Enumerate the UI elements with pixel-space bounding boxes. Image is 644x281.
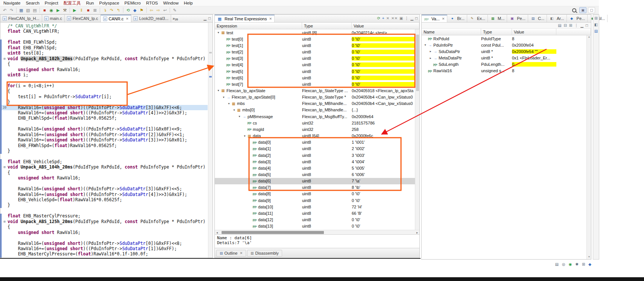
code-line[interactable]: float EHB_VehicleSpd; [2,159,208,164]
minimize-icon[interactable]: ▁ [580,24,583,27]
add-expression-icon[interactable]: + [382,17,384,20]
tree-row-test[4][interactable]: (x)=test[4]uint80 '\0' [215,62,415,68]
code-line[interactable]: float EHB_FRWhlSpd; [2,45,208,50]
tree-row-RawVal16[interactable]: (x)=RawVal16unsigned s...8 [422,68,586,74]
menu-config-tool[interactable]: 配置工具 [61,0,84,6]
snapshot-icon[interactable]: ▣ [399,17,403,20]
tree-row-test[7][interactable]: (x)=test[7]uint80 '\0' [215,81,415,87]
code-line[interactable]: EHB_FLWhlSpd=(float)RawVal16*0.05625f; [2,115,208,121]
code-line[interactable]: unsigned short RawVal16; [2,67,208,72]
code-line[interactable]: unsigned short RawVal16; [2,230,208,235]
restore-panel-icon[interactable]: ⊞ [594,17,597,20]
code-line[interactable] [2,181,208,186]
tree-row-data[3][interactable]: (x)=data[3]uint84 '\004' [215,158,415,165]
outline-strip-icon[interactable]: ◧ [594,23,598,27]
layout-icon[interactable]: ⊞ [569,24,572,27]
code-line[interactable]: EHB_FRWhlSpd=(float)RawVal16*0.05625f; [2,143,208,148]
code-line[interactable]: uint8 test[8]; [2,50,208,56]
tree-row-mbs[interactable]: ▾▦mbsFlexcan_Ip_MBhandle...0x204050b4 <C… [215,100,415,107]
code-line[interactable] [2,121,208,126]
tree-row-data[8][interactable]: (x)=data[8]uint80 '\0' [215,191,415,197]
expander-icon[interactable]: ▾ [227,102,231,105]
column-header-name[interactable]: Name [422,29,481,35]
tree-row-test[5][interactable]: (x)=test[5]uint80 '\0' [215,68,415,74]
code-line[interactable]: ⊟void Unpack_ABS_125h_20ms(PduIdType RxP… [2,219,208,224]
expander-icon[interactable]: ▸ [428,50,433,53]
tree-row-test[0][interactable]: (x)=test[0]uint80 '\0' [215,36,415,42]
remove-icon[interactable]: ✕ [386,17,389,20]
code-line[interactable]: } [2,99,208,105]
code-line[interactable]: float CAN_VLgtWhlFR; [2,29,208,34]
code-line[interactable]: { [2,224,208,229]
tree-row-data[13][interactable]: (x)=data[13]uint80 '\0' [215,223,415,229]
code-editor[interactable]: /* CAN_VLgtWhlFR */float CAN_VLgtWhlFR;f… [0,23,213,258]
close-icon[interactable]: ✕ [269,17,272,21]
code-line[interactable] [2,34,208,39]
tree-row-RxPduId[interactable]: (x)=RxPduIdPduIdType8 [422,35,586,42]
code-line[interactable]: float EHB_FLWhlSpd; [2,39,208,45]
menu-rtos[interactable]: RTOS [143,0,161,6]
code-line[interactable]: ⊟void Unpack_ABS_102h_20ms(PduIdType RxP… [2,56,208,61]
back-icon[interactable]: ⇦ [148,7,155,14]
code-line[interactable]: RawVal16+=(unsigned short)((PduInfoPtr->… [2,110,208,115]
step-over-icon[interactable]: ↷ [108,7,115,14]
menu-window[interactable]: Window [161,0,181,6]
restart-icon[interactable]: ⟲ [125,7,131,14]
tree-row-data[7][interactable]: (x)=data[7]uint88 '\b' [215,184,415,191]
expander-icon[interactable]: ▾ [216,89,220,92]
tree-row-data[5][interactable]: (x)=data[5]uint86 '\006' [215,171,415,178]
editor-tab-overflow[interactable]: » 20 [171,15,179,22]
save-all-icon[interactable]: ▧ [25,7,31,14]
tree-row-pMBmessage[interactable]: ▾→pMBmessageFlexcan_Ip_MsgBuffTy...0x200… [215,113,415,120]
expander-icon[interactable]: ▾ [232,108,236,112]
tree-row-msgId[interactable]: (x)=msgIduint32258 [215,126,415,132]
pemicro-view-icon[interactable]: ◆ [588,263,591,266]
code-line[interactable]: { [2,61,208,67]
view-tab-arrays[interactable]: ◧Ar... [547,15,567,22]
close-icon[interactable]: ✕ [240,251,243,255]
tree-row-data[1][interactable]: (x)=data[1]uint82 '\002' [215,146,415,152]
editor-tab-main.c[interactable]: cmain.c [42,15,65,22]
last-edit-icon[interactable]: ↩ [162,7,168,14]
view-menu-icon[interactable]: ⋮ [405,17,409,20]
editor-tab-Look2D_real3...[interactable]: cLook2D_real3... [131,15,171,22]
code-line[interactable]: EHB_MasterCylPressure=(float)RawVal16*0.… [2,251,208,257]
overview-ruler[interactable] [208,23,213,258]
view-tab-peripherals[interactable]: ▣Pe... [507,15,528,22]
tree-row-data[12][interactable]: (x)=data[12]uint80 '\0' [215,217,415,223]
code-line[interactable]: test[i] = PduInfoPtr->SduDataPtr[i]; [2,94,208,99]
tree-row-data[9][interactable]: (x)=data[9]uint80 '\0' [215,197,415,204]
flag-icon[interactable]: ⚑ [138,7,145,14]
view-tab-cache[interactable]: ▤C... [528,15,547,22]
pin-view-icon[interactable]: ◎ [562,263,565,266]
tree-row-data[10][interactable]: (x)=data[10]uint872 'H' [215,204,415,210]
tree-row-data[6][interactable]: (x)=data[6]uint87 '\a' [215,178,415,184]
code-line[interactable]: RawVal16=(unsigned short)((PduInfoPtr->S… [2,241,208,246]
rte-column-headers[interactable]: Expression Type Value [215,23,419,29]
code-line[interactable]: for(i = 0;i<8;i++) [2,83,208,88]
terminate-icon[interactable]: ■ [85,7,91,14]
code-line[interactable]: 39 RawVal16=(unsigned short)((PduInfoPtr… [2,105,208,110]
view-tab-memory[interactable]: ▦M... [488,15,507,22]
tree-row-SduDataPtr[interactable]: ▸→SduDataPtruint8 *0x2000fe54 "" [422,48,586,55]
maximize-icon[interactable]: □ [208,17,211,20]
fold-icon[interactable]: ⊟ [2,219,8,224]
expander-icon[interactable]: ▾ [423,43,427,47]
snippet-view-icon[interactable]: ✱ [576,263,579,266]
code-line[interactable]: RawVal16+=(unsigned short)((PduInfoPtr->… [2,132,208,137]
tab-disassembly[interactable]: ▥Disassembly [247,250,282,257]
tree-row-data[4][interactable]: (x)=data[4]uint85 '\005' [215,165,415,171]
code-line[interactable]: unsigned short RawVal16; [2,175,208,181]
scroll-right-icon[interactable]: ▸ [415,230,419,235]
tree-row-SduLength[interactable]: (x)=SduLengthPduLength...0 [422,61,586,68]
rte-horizontal-scrollbar[interactable]: ◂ ▸ [215,230,419,234]
tree-row-data[11][interactable]: (x)=data[11]uint866 'B' [215,210,415,216]
tab-outline[interactable]: ▤Outline✕ [216,250,246,257]
view-strip-icon[interactable]: ▤ [594,29,598,33]
device-status-icon[interactable]: ◉ [569,263,572,266]
step-return-icon[interactable]: ↰ [115,7,122,14]
code-line[interactable]: float EHB_MasterCylPressure; [2,213,208,219]
disconnect-icon[interactable]: ⊠ [92,7,98,14]
print-icon[interactable]: ▤ [32,7,38,14]
scroll-up-icon[interactable]: ▲ [587,35,591,39]
